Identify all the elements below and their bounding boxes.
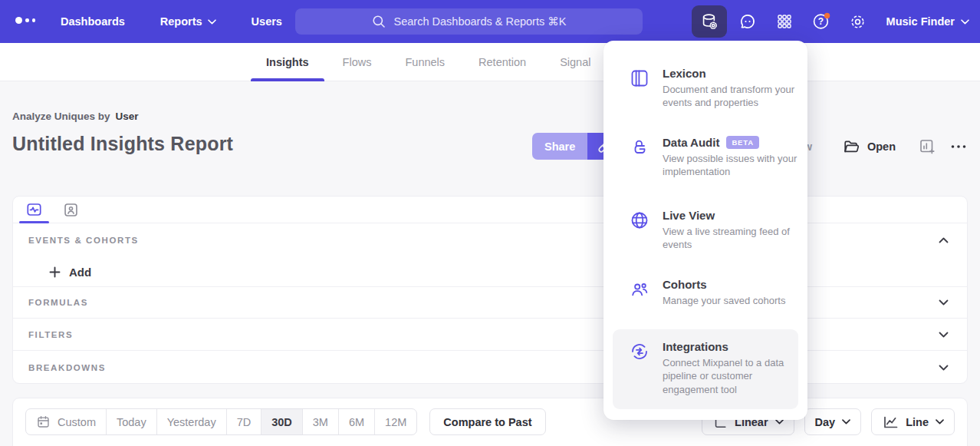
query-builder-card: EVENTS & COHORTS Add FORMULAS FILTERS BR…: [12, 196, 968, 384]
chevron-up-icon[interactable]: [939, 237, 949, 243]
user-profile-icon: [63, 202, 79, 218]
more-options-button[interactable]: [949, 138, 968, 155]
share-button[interactable]: Share: [532, 133, 587, 160]
data-audit-lock-icon: [630, 136, 663, 179]
analysis-context: Analyze Uniques byUser: [12, 111, 139, 122]
interval-dropdown[interactable]: Day: [804, 408, 862, 435]
tab-label: Funnels: [405, 56, 445, 68]
chevron-down-icon: [842, 419, 850, 425]
popover-item-integrations[interactable]: Integrations Connect Mixpanel to a data …: [613, 329, 798, 409]
chat-bubble-icon: [738, 12, 757, 31]
popover-item-text: Lexicon Document and transform your even…: [663, 67, 804, 110]
popover-item-live-view[interactable]: Live View View a live streaming feed of …: [603, 209, 801, 252]
popover-item-text: Integrations Connect Mixpanel to a data …: [663, 340, 804, 398]
open-label: Open: [867, 140, 896, 153]
data-management-popover: Lexicon Document and transform your even…: [603, 41, 807, 420]
project-switcher[interactable]: Music Finder: [886, 15, 969, 28]
chevron-down-icon[interactable]: [939, 299, 949, 306]
range-yesterday[interactable]: Yesterday: [157, 409, 227, 434]
mixpanel-logo-icon[interactable]: [15, 17, 35, 24]
range-7d[interactable]: 7D: [227, 409, 262, 434]
tab-flows[interactable]: Flows: [326, 43, 389, 81]
tab-label: Retention: [478, 56, 526, 68]
nav-item-label: Reports: [160, 15, 202, 28]
popover-item-lexicon[interactable]: Lexicon Document and transform your even…: [603, 67, 801, 110]
chevron-down-icon: [961, 19, 969, 25]
globe-icon: [630, 209, 663, 252]
popover-item-title: Lexicon: [663, 67, 706, 80]
chart-toolbar-card: Custom Today Yesterday 7D 30D 3M 6M 12M …: [12, 398, 968, 446]
open-report-button[interactable]: Open: [843, 138, 896, 155]
tab-funnels[interactable]: Funnels: [388, 43, 462, 81]
tab-signal[interactable]: Signal: [543, 43, 607, 81]
share-label: Share: [544, 140, 575, 153]
section-filters[interactable]: FILTERS: [13, 318, 967, 350]
date-range-controls: Custom Today Yesterday 7D 30D 3M 6M 12M …: [25, 408, 546, 435]
chart-type-dropdown[interactable]: Line: [871, 408, 955, 435]
more-horizontal-icon: [949, 138, 968, 155]
popover-item-text: Cohorts Manage your saved cohorts: [663, 278, 804, 307]
add-event-row: Add: [13, 257, 91, 286]
chevron-down-icon[interactable]: [939, 332, 949, 338]
range-label: 3M: [313, 416, 328, 428]
range-3m[interactable]: 3M: [303, 409, 339, 434]
range-6m[interactable]: 6M: [339, 409, 375, 434]
feedback-button[interactable]: [732, 5, 764, 38]
beta-badge: BETA: [726, 136, 758, 149]
popover-item-desc: Manage your saved cohorts: [663, 294, 804, 307]
popover-item-title: Integrations: [663, 340, 728, 353]
nav-item-reports[interactable]: Reports: [160, 15, 216, 28]
popover-item-text: Data Audit BETA View possible issues wit…: [663, 136, 804, 179]
section-events-cohorts[interactable]: EVENTS & COHORTS: [13, 223, 967, 257]
popover-item-data-audit[interactable]: Data Audit BETA View possible issues wit…: [603, 136, 801, 179]
global-search-input[interactable]: Search Dashboards & Reports ⌘K: [295, 8, 643, 35]
tab-label: Flows: [343, 56, 372, 68]
tab-insights[interactable]: Insights: [249, 43, 326, 81]
range-30d[interactable]: 30D: [261, 409, 303, 434]
help-button[interactable]: ?: [805, 5, 837, 38]
section-breakdowns[interactable]: BREAKDOWNS: [13, 350, 967, 385]
settings-button[interactable]: [842, 5, 874, 38]
chevron-down-icon[interactable]: [939, 365, 949, 371]
nav-item-dashboards[interactable]: Dashboards: [61, 15, 125, 28]
report-tabbar: Insights Flows Funnels Retention Signal …: [0, 43, 980, 81]
interval-label: Day: [815, 416, 836, 428]
date-range-segmented-control: Custom Today Yesterday 7D 30D 3M 6M 12M: [25, 408, 417, 435]
section-label: FILTERS: [28, 330, 73, 339]
chevron-down-icon: [936, 419, 944, 425]
tab-user-profiles[interactable]: [63, 197, 79, 223]
nav-item-users[interactable]: Users: [252, 15, 282, 28]
calendar-icon: [36, 415, 51, 429]
range-label: 30D: [271, 416, 292, 428]
tab-label: Signal: [560, 56, 590, 68]
builder-tabs: [13, 197, 967, 223]
folder-icon: [843, 138, 860, 155]
range-label: 7D: [237, 416, 252, 428]
help-icon: ?: [811, 12, 831, 31]
section-label: BREAKDOWNS: [28, 363, 106, 372]
page-title[interactable]: Untitled Insights Report: [12, 133, 233, 155]
gear-icon: [849, 13, 867, 31]
tab-label: Insights: [266, 56, 309, 68]
add-event-button[interactable]: Add: [49, 266, 91, 279]
cohorts-users-icon: [630, 278, 663, 307]
apps-grid-button[interactable]: [768, 5, 801, 38]
range-label: Custom: [58, 416, 96, 428]
range-label: Yesterday: [167, 416, 216, 428]
section-formulas[interactable]: FORMULAS: [13, 286, 967, 318]
database-gear-icon: [700, 12, 719, 31]
context-value[interactable]: User: [116, 111, 139, 122]
range-today[interactable]: Today: [107, 409, 157, 434]
range-label: Today: [117, 416, 146, 428]
data-management-button[interactable]: [692, 5, 727, 38]
popover-item-desc: Connect Mixpanel to a data pipeline or c…: [663, 356, 804, 396]
popover-item-cohorts[interactable]: Cohorts Manage your saved cohorts: [603, 278, 801, 307]
popover-item-desc: View a live streaming feed of events: [663, 225, 804, 252]
compare-to-past-button[interactable]: Compare to Past: [429, 408, 545, 435]
range-custom[interactable]: Custom: [26, 409, 107, 434]
range-12m[interactable]: 12M: [375, 409, 416, 434]
add-to-board-button[interactable]: [919, 138, 936, 155]
tab-events-metrics[interactable]: [25, 197, 43, 223]
range-label: 6M: [349, 416, 364, 428]
tab-retention[interactable]: Retention: [462, 43, 543, 81]
